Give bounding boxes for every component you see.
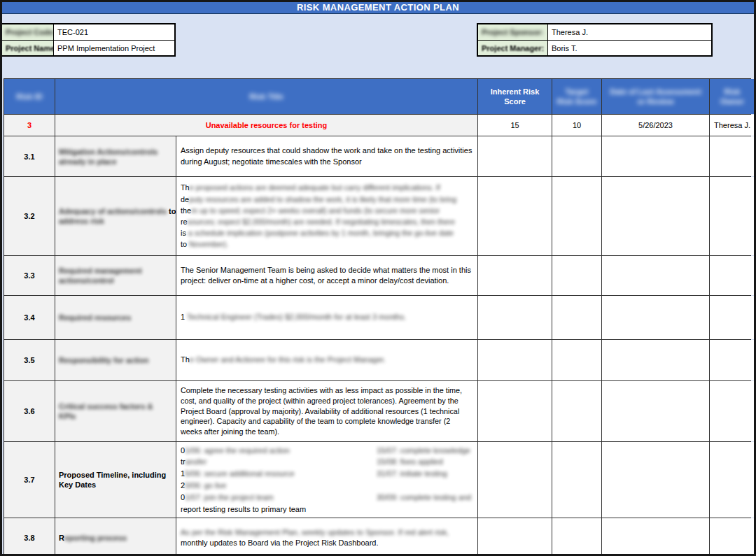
risk-item-text-cell[interactable]: Complete the necessary testing activitie… [176,381,477,441]
empty-cell[interactable] [602,442,709,518]
empty-cell[interactable] [552,256,601,295]
empty-cell[interactable] [478,136,552,176]
risk-item-id-cell[interactable]: 3.1 [4,136,55,176]
blurred-text-segment: 30/09: complete testing and [377,492,471,504]
header-target-risk-score[interactable]: Target Risk Score [552,79,601,114]
empty-cell[interactable] [602,381,709,441]
text-line: 1 Technical Engineer (Trades) $2,000/mon… [181,312,473,323]
risk-item-label-cell[interactable]: Critical success factors &KPIs [55,381,176,441]
empty-cell[interactable] [602,518,709,556]
empty-cell[interactable] [710,296,755,339]
risk-item-label-cell[interactable]: Responsibility for action [55,340,176,380]
blurred-text-segment: m up to speed; expect 2+ weeks overall) … [191,206,440,215]
risk-item-id-cell[interactable]: 3.6 [4,381,55,441]
blurred-text-segment: puty resources are added to shadow the w… [189,195,456,204]
text-line: is a schedule implication (postpone acti… [181,227,473,238]
risk-item-text-cell[interactable]: As per the Risk Management Plan, weekly … [176,518,477,556]
text-segment: 1 [181,313,187,321]
project-name-value[interactable]: PPM Implementation Project [54,41,174,55]
project-sponsor-value[interactable]: Theresa J. [548,24,711,40]
text-line: Key Dates [59,480,173,490]
risk-item-id-cell[interactable]: 3.8 [4,518,55,556]
text-segment: is [181,229,186,237]
header-risk-owner[interactable]: Risk Owner [710,79,755,114]
text-line: Required management [59,266,173,276]
empty-cell[interactable] [602,136,709,176]
risk-item-id-cell[interactable]: 3.3 [4,256,55,295]
table-row: 3.2Adequacy of actions/controls toaddres… [4,177,750,255]
inherent-risk-score-cell[interactable]: 15 [478,115,552,136]
date-last-assessment-cell[interactable]: 5/26/2023 [602,115,709,136]
text-segment: the [181,206,191,215]
risk-item-id-cell[interactable]: 3.5 [4,340,55,380]
header-inherent-risk-score[interactable]: Inherent Risk Score [478,79,552,114]
risk-item-label-cell[interactable]: Required resources [55,296,176,339]
blurred-text-segment: already in place [59,157,117,166]
text-line: resources; expect $2,000/month) are need… [181,216,473,227]
project-manager-row: Project Manager: Boris T. [478,40,711,55]
text-segment: monthly updates to Board via the Project… [181,539,378,547]
risk-item-text-cell[interactable]: The Owner and Actionee for this risk is … [176,340,477,380]
table-header-row: Risk ID Risk Title Inherent Risk Score T… [4,79,750,114]
empty-cell[interactable] [478,256,552,295]
empty-cell[interactable] [552,518,601,556]
blurred-text-segment: 31/07: initiate testing [377,468,447,480]
risk-id-cell[interactable]: 3 [4,115,55,136]
empty-cell[interactable] [602,177,709,255]
empty-cell[interactable] [478,296,552,339]
empty-cell[interactable] [552,177,601,255]
empty-cell[interactable] [710,256,755,295]
empty-cell[interactable] [710,340,755,380]
text-line: The proposed actions are deemed adequate… [181,182,473,193]
table-row: 3.7Proposed Timeline, includingKey Dates… [4,442,750,518]
project-name-row: Project Name: PPM Implementation Project [2,40,174,55]
risk-item-id-cell[interactable]: 3.2 [4,177,55,255]
table-row: 3.3Required managementactions/controlThe… [4,256,750,295]
risk-item-label-cell[interactable]: Required managementactions/control [55,256,176,295]
risk-item-label-cell[interactable]: Reporting process [55,518,176,556]
risk-item-label-cell[interactable]: Mitigation Actions/controlsalready in pl… [55,136,176,176]
empty-cell[interactable] [552,296,601,339]
target-risk-score-cell[interactable]: 10 [552,115,601,136]
empty-cell[interactable] [602,296,709,339]
project-code-value[interactable]: TEC-021 [54,24,174,40]
header-risk-title[interactable]: Risk Title [55,79,477,114]
risk-item-id-cell[interactable]: 3.7 [4,442,55,518]
risk-item-id-cell[interactable]: 3.4 [4,296,55,339]
empty-cell[interactable] [710,442,755,518]
text-segment: Complete the necessary testing activitie… [181,386,462,436]
risk-owner-cell[interactable]: Theresa J. [710,115,755,136]
empty-cell[interactable] [552,136,601,176]
risk-item-label-cell[interactable]: Proposed Timeline, includingKey Dates [55,442,176,518]
empty-cell[interactable] [478,518,552,556]
blurred-text-segment: eporting process [64,534,127,542]
empty-cell[interactable] [710,381,755,441]
empty-cell[interactable] [710,136,755,176]
risk-item-text-cell[interactable]: 1 Technical Engineer (Trades) $2,000/mon… [176,296,477,339]
empty-cell[interactable] [710,518,755,556]
header-risk-id[interactable]: Risk ID [4,79,55,114]
text-line: Critical success factors & [59,401,173,411]
empty-cell[interactable] [552,381,601,441]
project-manager-value[interactable]: Boris T. [548,41,711,55]
risk-item-text-cell[interactable]: The Senior Management Team is being aske… [176,256,477,295]
empty-cell[interactable] [478,381,552,441]
empty-cell[interactable] [602,340,709,380]
header-date-last-assessment[interactable]: Date of Last Assessment or Review [602,79,709,114]
risk-item-text-cell[interactable]: Assign deputy resources that could shado… [176,136,477,176]
risk-item-label-cell[interactable]: Adequacy of actions/controls toaddress r… [55,177,176,255]
risk-item-text-cell[interactable]: 01/06: agree the required action15/07: c… [176,442,477,518]
risk-item-text-cell[interactable]: The proposed actions are deemed adequate… [176,177,477,255]
empty-cell[interactable] [478,177,552,255]
risk-title-cell[interactable]: Unavailable resources for testing [55,115,477,136]
blurred-text-segment: Technical Engineer (Trades) $2,000/month… [187,313,406,321]
text-line: address risk [59,216,173,226]
empty-cell[interactable] [552,340,601,380]
empty-cell[interactable] [710,177,755,255]
blurred-text-segment: As per the Risk Management Plan, weekly … [181,528,449,536]
empty-cell[interactable] [478,442,552,518]
empty-cell[interactable] [602,256,709,295]
empty-cell[interactable] [478,340,552,380]
empty-cell[interactable] [552,442,601,518]
text-segment: Th [181,183,190,192]
